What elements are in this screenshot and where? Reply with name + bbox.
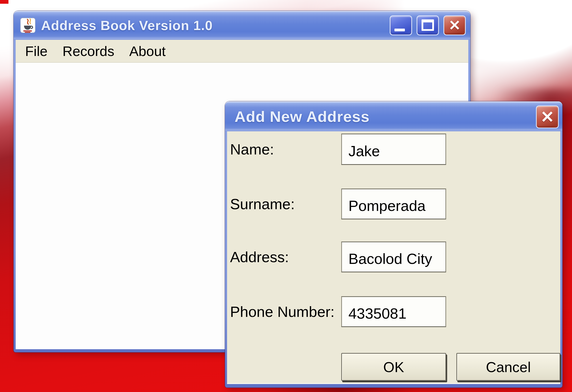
surname-label: Surname: [230,189,341,219]
wallpaper-red-corner [0,0,8,4]
close-button[interactable]: ✕ [443,15,466,35]
dialog-close-icon: ✕ [537,106,558,128]
dialog-titlebar[interactable]: Add New Address ✕ [225,101,562,131]
menu-bar: File Records About [16,40,468,63]
menu-about[interactable]: About [122,43,173,59]
menu-file[interactable]: File [18,43,55,59]
main-window-title: Address Book Version 1.0 [41,18,213,33]
ok-button[interactable]: OK [341,353,446,381]
main-titlebar[interactable]: Address Book Version 1.0 ✕ [14,11,470,40]
maximize-button[interactable] [417,15,439,35]
dialog-body: Name: Surname: Address: Phone Number: OK… [227,131,560,384]
desktop: Address Book Version 1.0 ✕ File Records … [0,0,572,392]
address-input[interactable] [341,242,446,272]
dialog-title: Add New Address [235,108,370,125]
name-label: Name: [230,134,341,165]
cancel-button[interactable]: Cancel [456,353,560,381]
address-label: Address: [230,242,341,272]
name-input[interactable] [341,134,446,165]
maximize-icon [422,19,434,31]
menu-records[interactable]: Records [55,43,122,59]
phone-number-label: Phone Number: [230,296,341,327]
add-new-address-dialog: Add New Address ✕ Name: Surname: Address… [225,101,562,388]
phone-number-input[interactable] [341,296,446,327]
window-controls: ✕ [390,15,466,35]
minimize-button[interactable] [390,15,412,35]
close-icon: ✕ [444,16,465,35]
surname-input[interactable] [341,189,446,219]
java-coffee-cup-icon [20,18,36,33]
minimize-icon [394,29,405,31]
dialog-close-button[interactable]: ✕ [536,105,559,128]
